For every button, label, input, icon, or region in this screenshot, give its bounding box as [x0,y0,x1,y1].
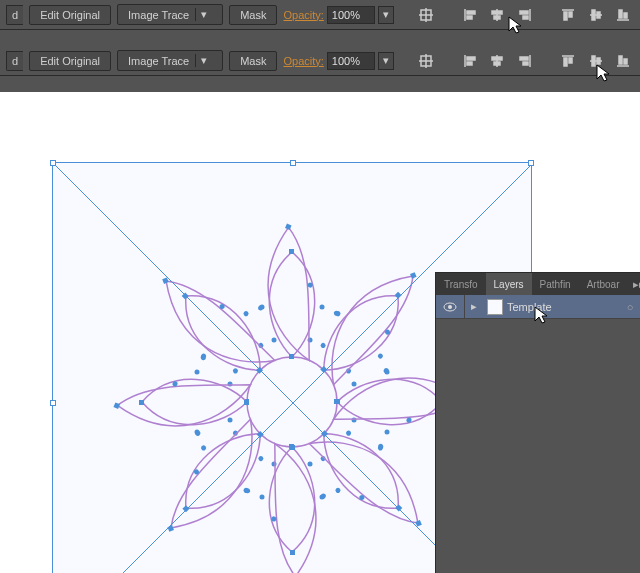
svg-rect-19 [619,10,622,18]
align-right-icon[interactable] [514,4,536,26]
svg-rect-20 [624,13,627,18]
svg-rect-25 [467,57,475,60]
svg-rect-13 [564,12,567,20]
align-hcenter-icon[interactable] [486,4,508,26]
svg-rect-31 [520,57,528,60]
truncated-button[interactable]: d [6,5,23,25]
mask-button-2[interactable]: Mask [229,51,277,71]
transform-icon[interactable] [416,4,438,26]
handle-tr[interactable] [528,160,534,166]
svg-rect-10 [520,11,528,14]
tab-pathfinder[interactable]: Pathfin [532,273,579,295]
align-hcenter-icon-2[interactable] [486,50,508,72]
opacity-input[interactable] [327,6,375,24]
align-vcenter-icon[interactable] [585,4,607,26]
svg-rect-29 [494,62,500,65]
opacity-input-2[interactable] [327,52,375,70]
image-trace-label-2: Image Trace [128,55,195,67]
svg-rect-35 [569,58,572,63]
svg-rect-28 [492,57,502,60]
truncated-button-2[interactable]: d [6,51,23,71]
svg-rect-8 [494,16,500,19]
panel-expand-icon[interactable]: ▸▸ [627,278,640,291]
opacity-control-2: Opacity: ▾ [283,52,393,70]
layer-row-template[interactable]: ▸ Template ○ [436,295,640,319]
align-left-icon-2[interactable] [459,50,481,72]
align-vcenter-icon-2[interactable] [585,50,607,72]
handle-tc[interactable] [290,160,296,166]
edit-original-button[interactable]: Edit Original [29,5,111,25]
mask-button[interactable]: Mask [229,5,277,25]
opacity-dropdown-arrow-2[interactable]: ▾ [378,52,394,70]
align-bottom-icon[interactable] [612,4,634,26]
layers-panel[interactable]: Transfo Layers Pathfin Artboar ▸▸ ≡ ▸ Te… [435,272,640,573]
svg-rect-40 [619,56,622,64]
svg-rect-17 [597,12,600,18]
dropdown-arrow-icon-2[interactable]: ▾ [195,54,212,67]
align-top-icon-2[interactable] [557,50,579,72]
image-trace-button[interactable]: Image Trace ▾ [117,4,223,25]
tab-transform[interactable]: Transfo [436,273,486,295]
opacity-dropdown-arrow[interactable]: ▾ [378,6,394,24]
dropdown-arrow-icon[interactable]: ▾ [195,8,212,21]
opacity-label-2[interactable]: Opacity: [283,55,323,67]
align-left-icon[interactable] [459,4,481,26]
svg-rect-5 [467,16,472,19]
opacity-control: Opacity: ▾ [283,6,393,24]
layer-thumbnail [487,299,503,315]
layer-name[interactable]: Template [507,301,620,313]
svg-rect-7 [492,11,502,14]
svg-rect-41 [624,59,627,64]
image-trace-button-2[interactable]: Image Trace ▾ [117,50,223,71]
control-bar-2: d Edit Original Image Trace ▾ Mask Opaci… [0,46,640,76]
expand-triangle-icon[interactable]: ▸ [465,300,483,313]
tab-artboards[interactable]: Artboar [579,273,628,295]
align-top-icon[interactable] [557,4,579,26]
svg-rect-11 [523,16,528,19]
svg-rect-38 [597,58,600,64]
panel-tabs: Transfo Layers Pathfin Artboar ▸▸ ≡ [436,273,640,295]
transform-icon-2[interactable] [416,50,438,72]
align-bottom-icon-2[interactable] [612,50,634,72]
svg-rect-16 [592,10,595,20]
svg-rect-14 [569,12,572,17]
tab-layers[interactable]: Layers [486,273,532,295]
svg-rect-34 [564,58,567,66]
svg-rect-26 [467,62,472,65]
svg-point-59 [448,305,452,309]
opacity-label[interactable]: Opacity: [283,9,323,21]
handle-ml[interactable] [50,400,56,406]
control-bar-1: d Edit Original Image Trace ▾ Mask Opaci… [0,0,640,30]
image-trace-label: Image Trace [128,9,195,21]
edit-original-button-2[interactable]: Edit Original [29,51,111,71]
svg-rect-4 [467,11,475,14]
visibility-icon[interactable] [436,302,464,312]
align-right-icon-2[interactable] [514,50,536,72]
target-ring-icon[interactable]: ○ [620,301,640,313]
svg-rect-32 [523,62,528,65]
svg-rect-37 [592,56,595,66]
handle-tl[interactable] [50,160,56,166]
